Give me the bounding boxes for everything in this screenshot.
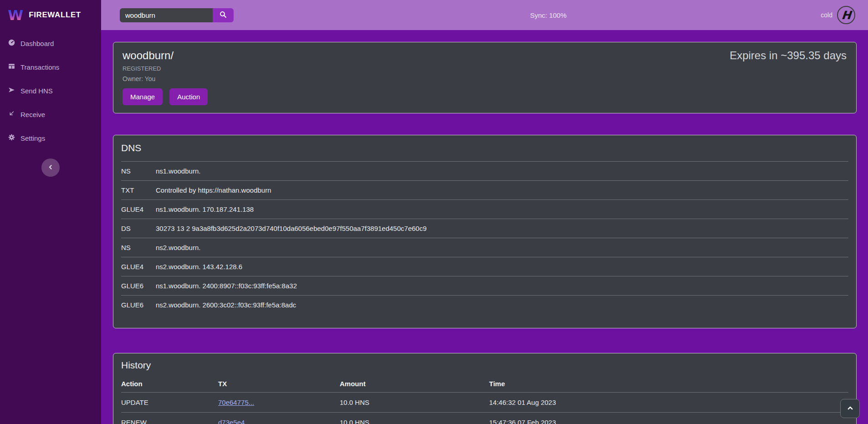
history-action: UPDATE [121,393,218,413]
dns-record-type: GLUE6 [121,296,156,315]
dns-record-type: GLUE6 [121,276,156,296]
history-col-tx: TX [218,374,340,393]
handshake-icon: H [837,6,855,24]
dns-title: DNS [121,143,848,153]
sidebar: W FIREWALLET Dashboard Transacti [0,0,101,424]
send-icon [8,86,15,95]
dns-record-value: ns1.woodburn. 2400:8907::f03c:93ff:fe5a:… [156,276,848,296]
dns-record-row: DS 30273 13 2 9a3a8fb3d625d2a2073d740f10… [121,219,848,238]
history-amount: 10.0 HNS [340,413,489,424]
sync-status: Sync: 100% [530,11,567,19]
history-col-amount: Amount [340,374,489,393]
dns-record-type: GLUE4 [121,200,156,219]
sidebar-item-transactions[interactable]: Transactions [0,55,101,79]
search-button[interactable] [213,8,234,22]
status-badge: REGISTERED [123,65,847,72]
sidebar-item-label: Transactions [20,63,59,71]
manage-button[interactable]: Manage [123,88,163,105]
wallet-name: cold [821,11,832,19]
dns-record-type: NS [121,238,156,257]
dns-record-type: GLUE4 [121,257,156,276]
history-col-action: Action [121,374,218,393]
wallet-selector[interactable]: cold H [821,6,855,24]
history-amount: 10.0 HNS [340,393,489,413]
dns-card: DNS NS ns1.woodburn. TXT Controlled by h… [113,135,857,328]
history-row: UPDATE 70e64775... 10.0 HNS 14:46:32 01 … [121,393,848,413]
dns-record-row: GLUE6 ns2.woodburn. 2600:3c02::f03c:93ff… [121,296,848,315]
history-header-row: Action TX Amount Time [121,374,848,393]
history-time: 14:46:32 01 Aug 2023 [489,393,848,413]
history-table: Action TX Amount Time UPDATE 70e64775...… [121,374,848,424]
expires-label: Expires in ~395.35 days [730,49,847,62]
tx-link[interactable]: 70e64775... [218,398,254,406]
dns-record-type: NS [121,162,156,181]
transactions-icon [8,62,15,72]
dashboard-icon [8,39,15,48]
sidebar-item-label: Dashboard [20,40,54,47]
sidebar-item-label: Send HNS [20,87,53,95]
receive-icon [8,110,15,119]
tx-link[interactable]: d73e5e4... [218,419,250,424]
sidebar-item-settings[interactable]: Settings [0,126,101,150]
sidebar-item-receive[interactable]: Receive [0,102,101,126]
chevron-up-icon [846,404,855,414]
history-action: RENEW [121,413,218,424]
search-input[interactable] [120,8,213,22]
brand: W FIREWALLET [0,0,101,30]
sidebar-collapse-button[interactable] [41,158,60,177]
dns-record-type: DS [121,219,156,238]
domain-card: woodburn/ REGISTERED Owner: You Manage A… [113,42,857,113]
brand-name: FIREWALLET [29,10,81,20]
history-row: RENEW d73e5e4... 10.0 HNS 15:47:36 07 Fe… [121,413,848,424]
history-time: 15:47:36 07 Feb 2023 [489,413,848,424]
sidebar-item-label: Receive [20,111,45,118]
dns-record-row: GLUE4 ns1.woodburn. 170.187.241.138 [121,200,848,219]
dns-record-row: GLUE6 ns1.woodburn. 2400:8907::f03c:93ff… [121,276,848,296]
sidebar-item-dashboard[interactable]: Dashboard [0,31,101,55]
dns-record-row: NS ns2.woodburn. [121,238,848,257]
sidebar-item-label: Settings [20,134,45,142]
topbar: Sync: 100% cold H [101,0,868,30]
auction-button[interactable]: Auction [169,88,208,105]
sidebar-item-send-hns[interactable]: Send HNS [0,79,101,102]
owner-label: Owner: You [123,75,847,82]
search-group [120,8,234,22]
dns-record-value: Controlled by https://nathan.woodburn [156,181,848,200]
gear-icon [8,133,15,143]
chevron-left-icon [46,163,55,173]
dns-record-value: ns2.woodburn. 143.42.128.6 [156,257,848,276]
sidebar-nav: Dashboard Transactions Send HNS [0,30,101,150]
dns-table: NS ns1.woodburn. TXT Controlled by https… [121,161,848,314]
domain-actions: Manage Auction [123,88,847,105]
dns-record-value: ns1.woodburn. 170.187.241.138 [156,200,848,219]
dns-record-row: TXT Controlled by https://nathan.woodbur… [121,181,848,200]
dns-record-value: 30273 13 2 9a3a8fb3d625d2a2073d740f10da6… [156,219,848,238]
scroll-to-top-button[interactable] [840,399,860,418]
history-card: History Action TX Amount Time UPDATE 70e… [113,353,857,424]
search-icon [219,10,227,20]
dns-record-value: ns1.woodburn. [156,162,848,181]
main-content: woodburn/ REGISTERED Owner: You Manage A… [101,30,868,424]
dns-record-type: TXT [121,181,156,200]
dns-record-row: NS ns1.woodburn. [121,162,848,181]
history-title: History [121,360,848,371]
history-col-time: Time [489,374,848,393]
firewallet-logo-icon: W [8,8,23,22]
dns-record-row: GLUE4 ns2.woodburn. 143.42.128.6 [121,257,848,276]
dns-record-value: ns2.woodburn. 2600:3c02::f03c:93ff:fe5a:… [156,296,848,315]
dns-record-value: ns2.woodburn. [156,238,848,257]
